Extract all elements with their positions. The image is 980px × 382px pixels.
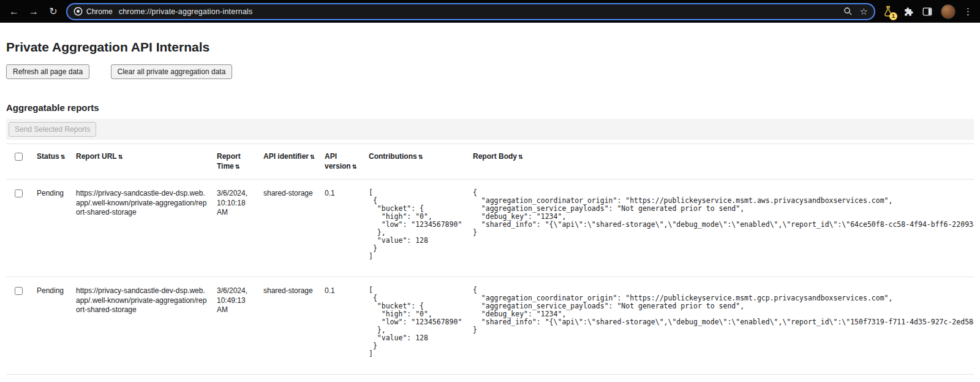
report-body-json: { "aggregation_coordinator_origin": "htt… [473, 189, 969, 237]
side-panel-icon[interactable] [922, 6, 933, 17]
table-row: Pending https://privacy-sandcastle-dev-d… [6, 180, 974, 277]
contributions-json: [ { "bucket": { "high": "0", "low": "123… [369, 189, 463, 261]
sort-icon: ⇅ [235, 164, 240, 170]
section-title: Aggregatable reports [6, 102, 974, 113]
row-checkbox[interactable] [15, 189, 23, 197]
menu-kebab-icon[interactable]: ⋮ [963, 7, 973, 16]
report-url-cell: https://privacy-sandcastle-dev-dsp.web.a… [71, 180, 212, 277]
labs-beaker-icon[interactable]: 1 [881, 4, 895, 19]
browser-toolbar: ← → ↻ Chrome chrome://private-aggregatio… [0, 0, 980, 23]
header-report-url[interactable]: Report URL⇅ [71, 144, 212, 180]
api-version-cell: 0.1 [320, 180, 364, 277]
page-content: Private Aggregation API Internals Refres… [0, 40, 980, 375]
clear-all-button[interactable]: Clear all private aggregation data [111, 64, 233, 79]
page-title: Private Aggregation API Internals [6, 40, 974, 55]
header-api-version[interactable]: API version⇅ [320, 144, 364, 180]
forward-button[interactable]: → [24, 3, 43, 20]
header-contributions[interactable]: Contributions⇅ [364, 144, 468, 180]
send-selected-button[interactable]: Send Selected Reports [9, 122, 96, 137]
profile-avatar[interactable] [941, 4, 956, 19]
beaker-badge: 1 [889, 12, 897, 20]
table-row: Pending https://privacy-sandcastle-dev-d… [6, 277, 974, 375]
report-url-cell: https://privacy-sandcastle-dev-dsp.web.a… [71, 277, 212, 375]
sort-icon: ⇅ [518, 154, 523, 160]
header-status[interactable]: Status⇅ [32, 144, 71, 180]
chrome-logo-icon [74, 7, 83, 16]
search-icon[interactable] [843, 7, 853, 16]
report-body-cell: { "aggregation_coordinator_origin": "htt… [468, 277, 974, 375]
header-api-identifier[interactable]: API identifier⇅ [258, 144, 320, 180]
reload-button[interactable]: ↻ [44, 3, 62, 20]
extensions-puzzle-icon[interactable] [903, 6, 914, 17]
site-chip: Chrome [74, 7, 119, 16]
bookmark-star-icon[interactable]: ☆ [860, 7, 868, 16]
reports-toolbar: Send Selected Reports [6, 119, 974, 140]
sort-icon: ⇅ [118, 154, 123, 160]
sort-icon: ⇅ [61, 154, 66, 160]
header-report-body[interactable]: Report Body⇅ [468, 144, 974, 180]
omnibox[interactable]: Chrome chrome://private-aggregation-inte… [66, 3, 875, 20]
reports-table: Status⇅ Report URL⇅ Report Time⇅ API ide… [6, 143, 974, 375]
refresh-all-button[interactable]: Refresh all page data [6, 64, 89, 79]
contributions-json: [ { "bucket": { "high": "0", "low": "123… [369, 286, 463, 358]
contributions-cell: [ { "bucket": { "high": "0", "low": "123… [364, 180, 468, 277]
contributions-cell: [ { "bucket": { "high": "0", "low": "123… [364, 277, 468, 375]
header-report-time[interactable]: Report Time⇅ [212, 144, 258, 180]
table-header-row: Status⇅ Report URL⇅ Report Time⇅ API ide… [6, 144, 974, 180]
sort-icon: ⇅ [352, 164, 357, 170]
status-cell: Pending [32, 277, 71, 375]
toolbar-right: 1 ⋮ [880, 4, 975, 19]
back-button[interactable]: ← [5, 3, 23, 20]
status-cell: Pending [32, 180, 71, 277]
api-identifier-cell: shared-storage [258, 277, 320, 375]
row-checkbox[interactable] [15, 287, 23, 295]
report-body-json: { "aggregation_coordinator_origin": "htt… [473, 286, 969, 334]
sort-icon: ⇅ [418, 154, 423, 160]
api-version-cell: 0.1 [320, 277, 364, 375]
api-identifier-cell: shared-storage [258, 180, 320, 277]
site-chip-label: Chrome [86, 7, 113, 16]
url-text[interactable]: chrome://private-aggregation-internals [119, 7, 843, 16]
page-actions: Refresh all page data Clear all private … [6, 64, 974, 79]
report-body-cell: { "aggregation_coordinator_origin": "htt… [468, 180, 974, 277]
sort-icon: ⇅ [310, 154, 315, 160]
select-all-checkbox[interactable] [15, 153, 23, 161]
report-time-cell: 3/6/2024, 10:10:18 AM [212, 180, 258, 277]
report-time-cell: 3/6/2024, 10:49:13 AM [212, 277, 258, 375]
